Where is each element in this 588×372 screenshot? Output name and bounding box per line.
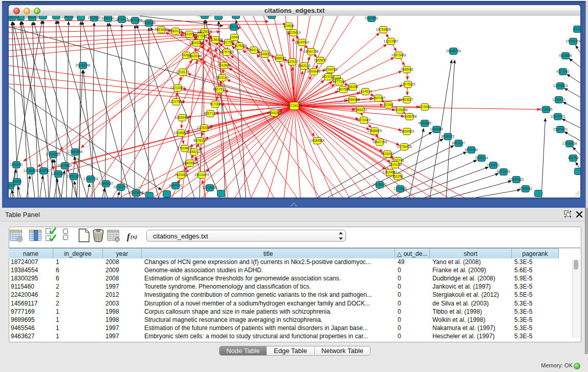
svg-text:7485063: 7485063 xyxy=(400,68,413,71)
svg-text:10654122: 10654122 xyxy=(509,178,524,181)
svg-text:19166825: 19166825 xyxy=(174,131,189,135)
svg-text:18757685: 18757685 xyxy=(220,50,234,54)
svg-text:9699695: 9699695 xyxy=(418,121,431,125)
svg-text:17004678: 17004678 xyxy=(178,146,192,150)
svg-text:92160: 92160 xyxy=(384,103,393,106)
svg-text:18196328: 18196328 xyxy=(208,38,223,41)
svg-text:1822037: 1822037 xyxy=(286,60,299,63)
svg-text:9463627: 9463627 xyxy=(400,98,413,101)
svg-text:8578312: 8578312 xyxy=(193,139,207,142)
svg-text:18640910: 18640910 xyxy=(295,40,310,44)
svg-text:123506: 123506 xyxy=(283,24,294,28)
svg-text:15751074: 15751074 xyxy=(566,39,581,43)
svg-text:18914479: 18914479 xyxy=(194,173,209,177)
svg-text:10688609: 10688609 xyxy=(367,129,382,133)
svg-text:13654923: 13654923 xyxy=(400,129,415,133)
svg-text:12213383: 12213383 xyxy=(170,86,185,90)
svg-text:8454749: 8454749 xyxy=(247,48,260,52)
svg-text:1588520: 1588520 xyxy=(273,56,286,60)
svg-text:8427512: 8427512 xyxy=(213,87,226,91)
svg-text:6794028: 6794028 xyxy=(324,68,337,71)
svg-text:1120746: 1120746 xyxy=(391,159,404,162)
svg-text:16961758: 16961758 xyxy=(304,50,319,53)
svg-text:13718485: 13718485 xyxy=(203,186,217,189)
svg-text:18300295: 18300295 xyxy=(267,111,282,115)
svg-text:7857224: 7857224 xyxy=(227,25,241,29)
svg-text:20053346: 20053346 xyxy=(76,63,91,67)
svg-text:(x): (x) xyxy=(130,233,137,240)
svg-text:22975867: 22975867 xyxy=(58,164,73,167)
svg-text:1498212: 1498212 xyxy=(187,150,201,154)
svg-text:9146821: 9146821 xyxy=(258,52,272,56)
svg-text:18226058: 18226058 xyxy=(198,30,212,33)
svg-text:17359934: 17359934 xyxy=(68,150,83,154)
svg-text:6479197: 6479197 xyxy=(452,141,465,145)
svg-text:10973493: 10973493 xyxy=(391,53,406,57)
svg-text:1615132: 1615132 xyxy=(388,163,402,166)
svg-text:12353594: 12353594 xyxy=(197,126,212,129)
svg-text:20891406: 20891406 xyxy=(25,16,40,19)
svg-text:136753: 136753 xyxy=(568,156,579,160)
svg-text:16671355: 16671355 xyxy=(128,18,143,22)
svg-text:8990443: 8990443 xyxy=(307,70,320,73)
svg-text:9329966: 9329966 xyxy=(559,54,572,57)
svg-text:13546: 13546 xyxy=(230,35,239,39)
svg-text:391574: 391574 xyxy=(8,184,16,187)
svg-text:9245052: 9245052 xyxy=(519,187,532,190)
svg-text:10543382: 10543382 xyxy=(189,41,204,45)
svg-text:7463822: 7463822 xyxy=(155,28,168,31)
svg-text:18407249: 18407249 xyxy=(373,140,387,144)
svg-text:1435061: 1435061 xyxy=(10,163,23,166)
svg-text:817004: 817004 xyxy=(210,102,221,106)
svg-text:15409948: 15409948 xyxy=(183,161,198,165)
svg-text:13524851: 13524851 xyxy=(383,170,398,174)
svg-text:8660124: 8660124 xyxy=(169,29,182,33)
svg-text:6466160: 6466160 xyxy=(101,16,115,20)
svg-text:14136141: 14136141 xyxy=(373,183,387,186)
svg-text:10210643: 10210643 xyxy=(551,115,565,118)
svg-text:15692921: 15692921 xyxy=(553,127,568,131)
svg-text:23051325: 23051325 xyxy=(67,174,81,178)
svg-text:14055724: 14055724 xyxy=(8,16,19,19)
svg-text:2086372: 2086372 xyxy=(354,108,367,112)
svg-text:20206526: 20206526 xyxy=(46,152,61,156)
svg-text:9327505: 9327505 xyxy=(194,34,207,38)
svg-text:152254: 152254 xyxy=(392,174,403,178)
svg-text:1962035: 1962035 xyxy=(297,64,311,68)
svg-text:9634007: 9634007 xyxy=(381,152,394,156)
svg-text:8471676: 8471676 xyxy=(497,170,510,173)
svg-text:19654982: 19654982 xyxy=(175,116,190,119)
svg-text:10107552: 10107552 xyxy=(169,100,184,103)
svg-text:10958187: 10958187 xyxy=(99,182,114,185)
svg-text:1244419: 1244419 xyxy=(552,98,565,101)
svg-text:18724007: 18724007 xyxy=(287,104,302,107)
svg-text:1527602: 1527602 xyxy=(88,16,101,19)
svg-text:7955812: 7955812 xyxy=(314,58,327,62)
svg-text:9457791: 9457791 xyxy=(169,184,182,187)
svg-text:1624514: 1624514 xyxy=(359,90,372,93)
svg-text:12942757: 12942757 xyxy=(36,169,51,172)
svg-text:10720407: 10720407 xyxy=(357,118,372,122)
svg-text:23676068: 23676068 xyxy=(232,44,247,48)
svg-text:9327506: 9327506 xyxy=(222,40,235,44)
svg-text:1112: 1112 xyxy=(574,27,581,31)
svg-text:11325419: 11325419 xyxy=(286,31,301,34)
svg-text:8938923: 8938923 xyxy=(441,135,454,138)
svg-text:17957253: 17957253 xyxy=(83,177,98,181)
svg-text:12093823: 12093823 xyxy=(553,84,568,87)
svg-text:10607487: 10607487 xyxy=(371,96,386,100)
svg-text:93505: 93505 xyxy=(12,180,21,183)
svg-text:22420046: 22420046 xyxy=(188,54,203,58)
svg-text:1671915: 1671915 xyxy=(115,17,128,21)
svg-text:20364436: 20364436 xyxy=(345,98,360,101)
svg-text:10025458: 10025458 xyxy=(393,108,408,112)
svg-text:13495758: 13495758 xyxy=(402,115,417,118)
svg-text:9777169: 9777169 xyxy=(333,80,346,83)
svg-text:16648784: 16648784 xyxy=(446,49,461,53)
svg-text:10653287: 10653287 xyxy=(61,16,76,18)
svg-text:8215955: 8215955 xyxy=(539,107,553,111)
svg-text:16154808: 16154808 xyxy=(376,28,391,31)
svg-text:9115460: 9115460 xyxy=(419,105,431,108)
svg-text:9474444: 9474444 xyxy=(465,148,478,151)
svg-text:2935114: 2935114 xyxy=(475,156,488,160)
